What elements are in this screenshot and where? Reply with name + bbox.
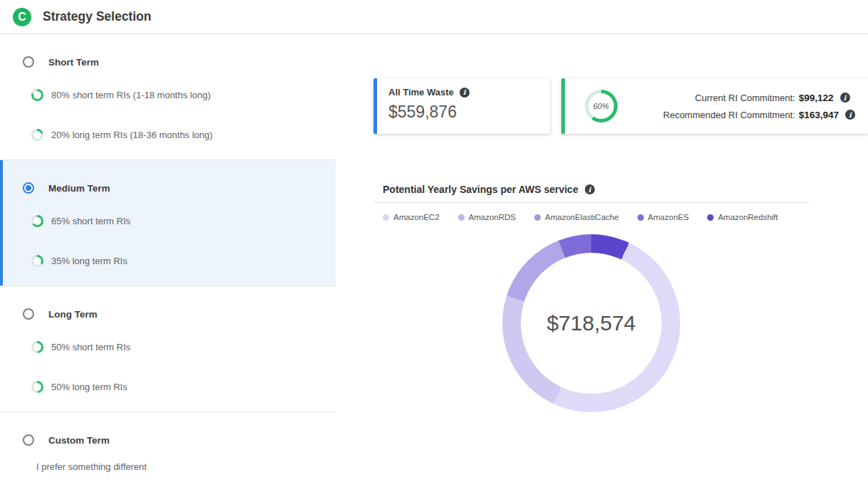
short-term-radio-row: Short Term bbox=[23, 56, 324, 68]
option-label: Short Term bbox=[48, 57, 99, 68]
legend-item-amazonec2[interactable]: AmazonEC2 bbox=[383, 213, 440, 221]
legend-dot-icon bbox=[637, 214, 644, 221]
allocation-ring-icon bbox=[31, 381, 43, 393]
chart-header: Potential Yearly Savings per AWS service… bbox=[374, 177, 809, 203]
chart-legend: AmazonEC2 AmazonRDS AmazonElastiCache Am… bbox=[383, 213, 809, 221]
allocation-ring-icon bbox=[31, 129, 43, 141]
legend-label: AmazonElastiCache bbox=[545, 213, 619, 221]
donut-total-value: $718,574 bbox=[546, 311, 635, 335]
custom-term-radio[interactable] bbox=[23, 434, 34, 446]
allocation-item: 50% long term RIs bbox=[31, 380, 324, 393]
legend-item-amazonredshift[interactable]: AmazonRedshift bbox=[707, 213, 778, 221]
donut-wrap: $718,574 bbox=[374, 234, 809, 412]
strategy-option-medium-term[interactable]: Medium Term 65% short term RIs 35% long … bbox=[0, 160, 336, 286]
custom-term-note: I prefer something different bbox=[36, 461, 324, 472]
legend-dot-icon bbox=[458, 214, 465, 221]
allocation-ring-icon bbox=[31, 215, 43, 227]
legend-label: AmazonRedshift bbox=[718, 213, 778, 221]
info-icon[interactable]: i bbox=[840, 93, 850, 103]
legend-label: AmazonRDS bbox=[469, 213, 516, 221]
short-term-radio[interactable] bbox=[23, 56, 34, 68]
custom-term-radio-row: Custom Term bbox=[23, 434, 324, 446]
all-time-waste-value: $559,876 bbox=[388, 103, 539, 122]
info-icon[interactable]: i bbox=[460, 88, 470, 98]
donut-hole: $718,574 bbox=[521, 253, 662, 394]
summary-cards-row: All Time Waste i $559,876 60% Current RI… bbox=[374, 78, 868, 134]
option-label: Custom Term bbox=[48, 435, 110, 446]
legend-label: AmazonES bbox=[648, 213, 689, 221]
long-term-radio-row: Long Term bbox=[23, 308, 324, 320]
allocation-item: 80% short term RIs (1-18 months long) bbox=[31, 88, 324, 101]
allocation-item: 20% long term RIs (18-36 months long) bbox=[31, 128, 324, 141]
allocation-text: 35% long term RIs bbox=[51, 256, 127, 266]
page-title: Strategy Selection bbox=[43, 9, 152, 24]
medium-term-radio-row: Medium Term bbox=[23, 182, 324, 194]
current-commitment-value: $99,122 bbox=[799, 93, 834, 103]
allocation-item: 35% long term RIs bbox=[31, 254, 324, 267]
legend-dot-icon bbox=[707, 214, 714, 221]
strategy-option-long-term[interactable]: Long Term 50% short term RIs 50% long te… bbox=[0, 286, 336, 412]
option-label: Long Term bbox=[48, 309, 97, 320]
strategy-option-custom-term[interactable]: Custom Term I prefer something different bbox=[0, 412, 336, 491]
chart-title: Potential Yearly Savings per AWS service bbox=[383, 184, 578, 195]
info-icon[interactable]: i bbox=[585, 184, 595, 194]
strategy-option-short-term[interactable]: Short Term 80% short term RIs (1-18 mont… bbox=[0, 34, 336, 160]
allocation-text: 50% short term RIs bbox=[51, 342, 130, 352]
allocation-text: 65% short term RIs bbox=[51, 216, 130, 226]
legend-item-amazonrds[interactable]: AmazonRDS bbox=[458, 213, 516, 221]
option-label: Medium Term bbox=[48, 183, 110, 194]
all-time-waste-card: All Time Waste i $559,876 bbox=[374, 78, 550, 134]
all-time-waste-title: All Time Waste bbox=[388, 87, 454, 98]
brand-logo-icon: C bbox=[13, 8, 31, 26]
legend-item-amazonelasticache[interactable]: AmazonElastiCache bbox=[534, 213, 619, 221]
ri-commitment-progress-ring: 60% bbox=[585, 90, 618, 122]
savings-donut-chart: $718,574 bbox=[502, 234, 680, 412]
legend-item-amazones[interactable]: AmazonES bbox=[637, 213, 689, 221]
legend-dot-icon bbox=[534, 214, 541, 221]
strategy-panel: Short Term 80% short term RIs (1-18 mont… bbox=[0, 34, 336, 491]
current-commitment-label: Current RI Commitment: bbox=[633, 93, 795, 103]
legend-dot-icon bbox=[383, 214, 389, 221]
allocation-item: 65% short term RIs bbox=[31, 214, 324, 227]
recommended-commitment-row: Recommended RI Commitment: $163,947 i bbox=[633, 110, 855, 120]
long-term-radio[interactable] bbox=[23, 308, 34, 320]
savings-chart-section: Potential Yearly Savings per AWS service… bbox=[374, 177, 809, 412]
ri-commitment-card: 60% Current RI Commitment: $99,122 i Rec… bbox=[561, 78, 868, 134]
current-commitment-row: Current RI Commitment: $99,122 i bbox=[633, 93, 855, 103]
recommended-commitment-label: Recommended RI Commitment: bbox=[633, 110, 795, 120]
legend-label: AmazonEC2 bbox=[393, 213, 440, 221]
medium-term-radio[interactable] bbox=[23, 182, 34, 194]
info-icon[interactable]: i bbox=[845, 110, 855, 120]
allocation-text: 20% long term RIs (18-36 months long) bbox=[51, 130, 213, 140]
ring-percent-label: 60% bbox=[593, 102, 609, 110]
app-header: C Strategy Selection bbox=[0, 0, 868, 34]
recommended-commitment-value: $163,947 bbox=[799, 110, 839, 120]
allocation-text: 50% long term RIs bbox=[51, 382, 127, 392]
allocation-ring-icon bbox=[31, 89, 43, 101]
allocation-text: 80% short term RIs (1-18 months long) bbox=[51, 90, 211, 100]
allocation-item: 50% short term RIs bbox=[31, 340, 324, 353]
allocation-ring-icon bbox=[31, 255, 43, 267]
allocation-ring-icon bbox=[31, 341, 43, 353]
